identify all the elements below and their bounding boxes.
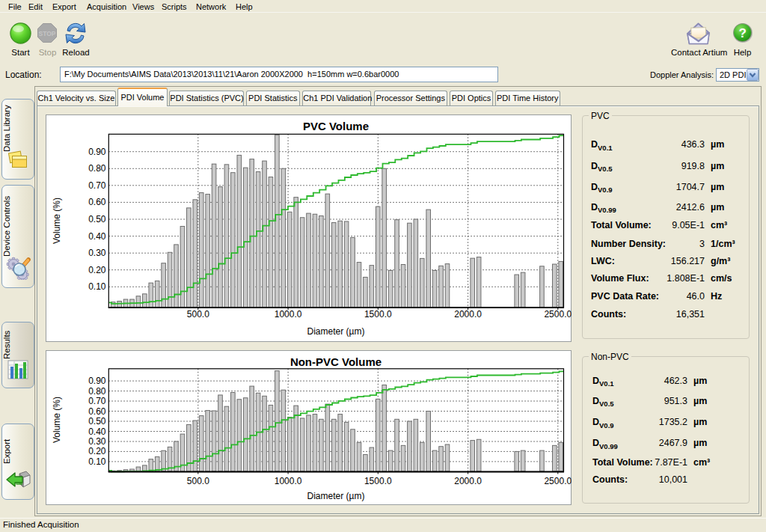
svg-text:0.70: 0.70 xyxy=(88,396,106,406)
svg-text:2500.0: 2500.0 xyxy=(544,309,572,319)
svg-text:0.20: 0.20 xyxy=(88,265,106,275)
svg-text:0.10: 0.10 xyxy=(88,281,106,292)
svg-text:0.60: 0.60 xyxy=(88,406,106,417)
svg-text:0.40: 0.40 xyxy=(88,231,106,242)
svg-text:1500.0: 1500.0 xyxy=(364,309,392,319)
svg-text:0.50: 0.50 xyxy=(88,416,106,426)
svg-text:0.50: 0.50 xyxy=(88,214,106,224)
svg-text:0.30: 0.30 xyxy=(88,248,106,258)
svg-text:Volume (%): Volume (%) xyxy=(52,198,62,244)
svg-text:2000.0: 2000.0 xyxy=(454,476,482,486)
svg-text:2000.0: 2000.0 xyxy=(454,309,482,319)
svg-text:500.0: 500.0 xyxy=(187,309,209,319)
svg-text:1500.0: 1500.0 xyxy=(364,476,392,486)
svg-text:Volume (%): Volume (%) xyxy=(52,397,62,443)
svg-text:0.20: 0.20 xyxy=(88,446,106,456)
svg-text:1000.0: 1000.0 xyxy=(275,309,302,319)
svg-text:500.0: 500.0 xyxy=(187,476,209,486)
svg-text:0.80: 0.80 xyxy=(88,163,106,174)
svg-text:2500.0: 2500.0 xyxy=(544,476,572,486)
svg-text:0.80: 0.80 xyxy=(88,386,106,397)
svg-text:?: ? xyxy=(738,26,746,40)
svg-text:0.40: 0.40 xyxy=(88,426,106,437)
svg-text:0.90: 0.90 xyxy=(88,376,106,386)
svg-text:PVC Volume: PVC Volume xyxy=(303,120,369,132)
svg-text:Diameter (µm): Diameter (µm) xyxy=(307,491,365,501)
svg-text:STOP: STOP xyxy=(39,30,56,37)
svg-text:Diameter (µm): Diameter (µm) xyxy=(307,326,365,337)
svg-text:0.90: 0.90 xyxy=(88,147,106,157)
svg-text:0.10: 0.10 xyxy=(88,456,106,467)
svg-text:Non-PVC Volume: Non-PVC Volume xyxy=(290,355,382,368)
svg-text:0.60: 0.60 xyxy=(88,197,106,207)
svg-text:1000.0: 1000.0 xyxy=(275,476,302,486)
svg-text:0.30: 0.30 xyxy=(88,436,106,447)
svg-text:0.70: 0.70 xyxy=(88,180,106,191)
